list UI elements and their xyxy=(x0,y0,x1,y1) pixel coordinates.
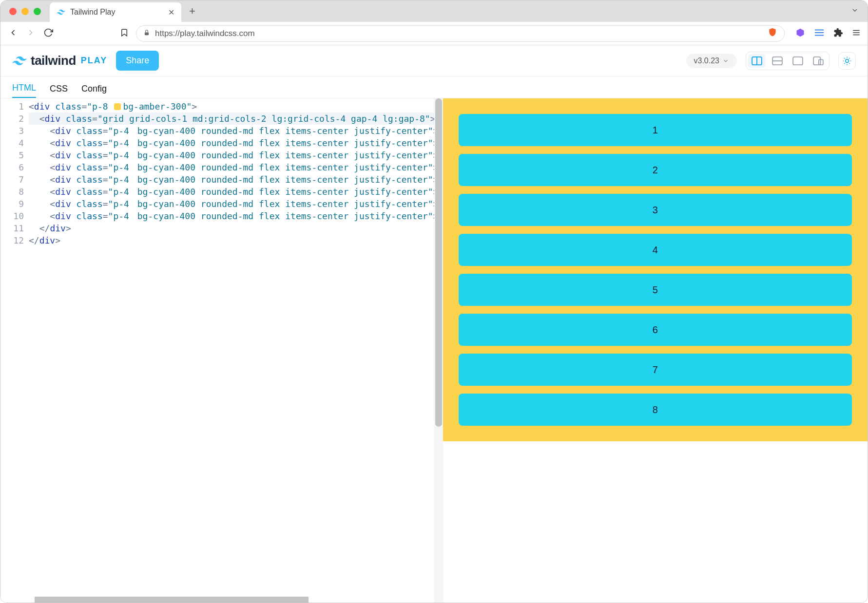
logo-play: PLAY xyxy=(81,56,107,66)
address-bar[interactable]: https://play.tailwindcss.com xyxy=(136,25,785,42)
layout-split-vertical-button[interactable] xyxy=(748,54,766,68)
main-split: 123456789101112 <div class="p-8 bg-amber… xyxy=(0,98,868,603)
code-line: <div class="p-4 bg-cyan-400 rounded-md f… xyxy=(29,210,434,222)
version-selector[interactable]: v3.0.23 xyxy=(686,54,737,68)
share-button[interactable]: Share xyxy=(116,51,159,71)
line-number: 6 xyxy=(9,161,24,173)
svg-line-14 xyxy=(844,58,845,58)
preview-cell: 4 xyxy=(459,234,852,266)
tab-css[interactable]: CSS xyxy=(50,84,68,98)
editor-tabs: HTML CSS Config xyxy=(0,76,868,98)
preview-root: 12345678 xyxy=(443,98,868,441)
close-tab-icon[interactable]: ✕ xyxy=(168,8,174,17)
tailwind-logo[interactable]: tailwind PLAY xyxy=(12,53,107,68)
layout-responsive-button[interactable] xyxy=(810,54,827,68)
tab-strip: Tailwind Play ✕ + xyxy=(0,0,868,22)
reload-button[interactable] xyxy=(42,28,54,39)
line-number: 10 xyxy=(9,210,24,222)
window-controls xyxy=(9,8,41,15)
preview-cell: 3 xyxy=(459,194,852,226)
code-content[interactable]: <div class="p-8 bg-amber-300"> <div clas… xyxy=(29,98,434,603)
code-line: </div> xyxy=(29,234,434,246)
tabs-dropdown-icon[interactable] xyxy=(851,6,859,16)
logo-text: tailwind xyxy=(31,53,76,68)
maximize-window-icon[interactable] xyxy=(34,8,41,15)
vertical-scrollbar[interactable] xyxy=(434,98,443,603)
lock-icon xyxy=(143,29,150,38)
preview-cell: 2 xyxy=(459,154,852,186)
new-tab-button[interactable]: + xyxy=(186,5,198,18)
svg-rect-10 xyxy=(819,59,823,65)
code-line: <div class="p-4 bg-cyan-400 rounded-md f… xyxy=(29,198,434,210)
tab-config[interactable]: Config xyxy=(81,84,107,98)
extensions-icon[interactable] xyxy=(833,28,843,39)
svg-rect-8 xyxy=(793,57,803,64)
code-line: <div class="p-4 bg-cyan-400 rounded-md f… xyxy=(29,149,434,161)
preview-cell: 8 xyxy=(459,394,852,426)
code-line: </div> xyxy=(29,222,434,234)
back-button[interactable] xyxy=(7,28,19,39)
extension-1-icon[interactable] xyxy=(795,28,805,39)
close-window-icon[interactable] xyxy=(9,8,17,15)
svg-point-11 xyxy=(846,59,849,62)
tailwind-logo-icon xyxy=(12,54,27,68)
url-text: https://play.tailwindcss.com xyxy=(155,29,255,38)
forward-button[interactable] xyxy=(25,28,37,39)
scrollbar-thumb[interactable] xyxy=(35,597,309,603)
code-line: <div class="p-4 bg-cyan-400 rounded-md f… xyxy=(29,186,434,198)
layout-switcher xyxy=(746,52,829,70)
browser-chrome: Tailwind Play ✕ + https://play.tailwindc… xyxy=(0,0,868,45)
svg-rect-9 xyxy=(813,57,820,64)
version-label: v3.0.23 xyxy=(694,57,719,65)
line-number: 4 xyxy=(9,137,24,149)
preview-pane: 12345678 xyxy=(443,98,868,603)
app-header: tailwind PLAY Share v3.0.23 xyxy=(0,45,868,76)
svg-rect-0 xyxy=(145,32,149,35)
line-number: 1 xyxy=(9,100,24,113)
svg-line-18 xyxy=(844,63,845,63)
tailwind-favicon-icon xyxy=(57,8,65,17)
preview-cell: 5 xyxy=(459,274,852,306)
line-number: 9 xyxy=(9,198,24,210)
preview-cell: 6 xyxy=(459,314,852,346)
code-line: <div class="grid grid-cols-1 md:grid-col… xyxy=(29,113,434,125)
browser-toolbar-right xyxy=(795,28,861,39)
code-line: <div class="p-8 bg-amber-300"> xyxy=(29,100,434,113)
horizontal-scrollbar[interactable] xyxy=(35,597,426,603)
svg-line-15 xyxy=(849,63,850,63)
code-line: <div class="p-4 bg-cyan-400 rounded-md f… xyxy=(29,137,434,149)
code-editor[interactable]: 123456789101112 <div class="p-8 bg-amber… xyxy=(0,98,434,603)
extension-2-icon[interactable] xyxy=(814,29,825,38)
chevron-down-icon xyxy=(722,57,729,64)
code-line: <div class="p-4 bg-cyan-400 rounded-md f… xyxy=(29,173,434,186)
line-number: 2 xyxy=(9,113,24,125)
browser-tab[interactable]: Tailwind Play ✕ xyxy=(50,2,181,22)
minimize-window-icon[interactable] xyxy=(21,8,29,15)
line-number: 8 xyxy=(9,186,24,198)
theme-toggle-button[interactable] xyxy=(838,52,856,70)
scrollbar-thumb[interactable] xyxy=(435,98,442,427)
sun-icon xyxy=(842,56,852,66)
line-number: 5 xyxy=(9,149,24,161)
code-line: <div class="p-4 bg-cyan-400 rounded-md f… xyxy=(29,125,434,137)
line-number: 11 xyxy=(9,222,24,234)
layout-split-horizontal-button[interactable] xyxy=(769,54,786,68)
bookmark-icon[interactable] xyxy=(118,28,130,39)
code-line: <div class="p-4 bg-cyan-400 rounded-md f… xyxy=(29,161,434,173)
brave-shield-icon[interactable] xyxy=(768,27,777,40)
tab-title: Tailwind Play xyxy=(70,8,115,17)
browser-menu-icon[interactable] xyxy=(852,28,861,39)
line-number: 3 xyxy=(9,125,24,137)
preview-cell: 7 xyxy=(459,354,852,386)
address-row: https://play.tailwindcss.com xyxy=(0,22,868,45)
tab-html[interactable]: HTML xyxy=(12,83,36,98)
line-number: 12 xyxy=(9,234,24,246)
line-gutter: 123456789101112 xyxy=(0,98,29,603)
preview-cell: 1 xyxy=(459,114,852,146)
line-number: 7 xyxy=(9,173,24,186)
svg-line-19 xyxy=(849,58,850,58)
preview-grid: 12345678 xyxy=(459,114,852,426)
layout-preview-button[interactable] xyxy=(789,54,807,68)
